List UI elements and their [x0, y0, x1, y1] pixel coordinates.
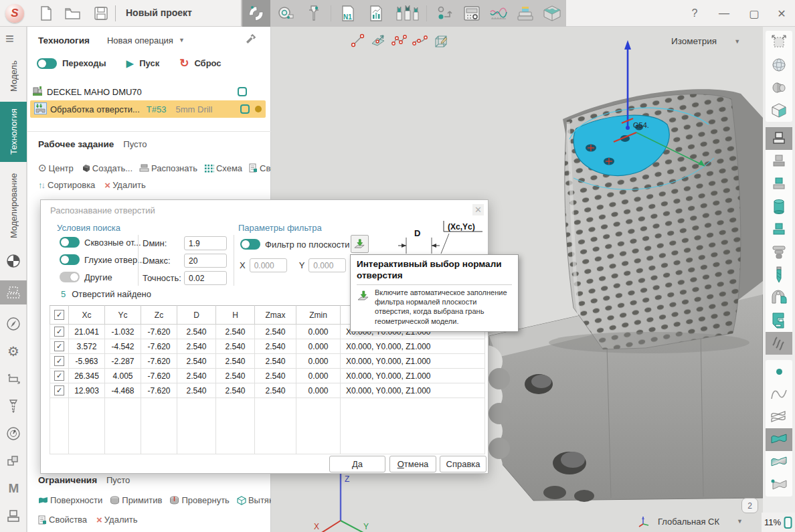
report-icon[interactable] [365, 0, 387, 27]
stock-outline-icon[interactable] [766, 127, 792, 150]
workpiece-setup-icon[interactable] [0, 280, 27, 304]
limits-props-button[interactable]: Свойства [38, 515, 87, 525]
curve-icon[interactable] [766, 383, 792, 406]
copy-items-icon[interactable] [0, 453, 27, 469]
caliper-icon[interactable] [302, 0, 325, 27]
y-input[interactable]: 0.000 [308, 258, 346, 272]
help-button[interactable]: Справка [440, 456, 487, 472]
save-icon[interactable] [90, 0, 112, 27]
job-center-button[interactable]: ⊙Центр [38, 162, 74, 174]
cylinder-part-icon[interactable] [766, 76, 792, 99]
datum-icon[interactable] [0, 253, 27, 269]
new-document-icon[interactable] [35, 0, 58, 27]
limits-delete-button[interactable]: ×Удалить [96, 514, 137, 525]
compass-icon[interactable] [0, 316, 27, 332]
point-icon[interactable] [766, 360, 792, 383]
machine-tool-icon[interactable] [766, 309, 792, 332]
surface-teal-icon[interactable] [766, 428, 792, 451]
open-folder-icon[interactable] [62, 0, 84, 27]
tab-technology[interactable]: Технология [0, 102, 27, 162]
gcode-n1-icon[interactable]: N1 [337, 0, 359, 27]
drill-tool-icon[interactable] [766, 264, 792, 286]
job-sort-button[interactable]: ↑↓Сортировка [38, 180, 95, 190]
job-create-button[interactable]: Создать... [80, 163, 132, 173]
hatch-section-icon[interactable] [766, 332, 792, 355]
row-checkbox[interactable]: ✓ [54, 356, 64, 366]
plane-filter-toggle[interactable] [240, 239, 260, 250]
maximize-button[interactable]: ▢ [741, 0, 768, 27]
spline-tool-icon[interactable] [412, 32, 428, 48]
sprutcam-logo-icon[interactable]: S [5, 4, 24, 23]
surface-point-icon[interactable] [766, 474, 792, 497]
gauge-icon[interactable] [0, 426, 27, 442]
table-row[interactable]: ✓ -5.963-2.287-7.6202.5402.5402.5400.000… [50, 354, 485, 369]
coordinate-system-selector[interactable]: Глобальная СК ▼ [638, 515, 743, 528]
tree-row-operation-selected[interactable]: Обработка отверсти... T#53 5mm Drill [30, 100, 266, 118]
limits-surfaces-button[interactable]: Поверхности [38, 495, 102, 505]
main-menu-icon[interactable]: ≡ [5, 32, 14, 46]
fit-view-icon[interactable] [766, 31, 792, 54]
help-button[interactable]: ? [681, 0, 708, 27]
dialog-close-icon[interactable]: ✕ [472, 204, 484, 215]
reset-icon[interactable]: ↻ [179, 56, 189, 70]
polyline-tool-icon[interactable] [391, 32, 408, 48]
m-code-icon[interactable]: M [0, 480, 27, 497]
limits-primitive-button[interactable]: Примитив [110, 495, 162, 505]
minimize-button[interactable]: — [711, 0, 737, 27]
row-checkbox[interactable]: ✓ [54, 327, 64, 337]
cone-layers-icon[interactable] [766, 241, 792, 264]
surface-gradient-icon[interactable] [766, 451, 792, 474]
stock-teal-top-icon[interactable] [766, 173, 792, 195]
operation-checkbox[interactable] [240, 104, 250, 114]
sphere-icon[interactable] [766, 54, 792, 76]
tree-row-machine[interactable]: DECKEL MAHO DMU70 [30, 83, 268, 100]
tools-library-icon[interactable] [393, 0, 422, 27]
stock-shaded-icon[interactable] [766, 150, 792, 173]
dmin-input[interactable]: 1.9 [184, 236, 227, 250]
table-row[interactable]: ✓ 3.572-4.542-7.6202.5402.5402.5400.000X… [50, 339, 485, 354]
cylinder-teal-icon[interactable] [766, 195, 792, 218]
table-row[interactable]: ✓ 12.903-4.468-7.6202.5402.5402.5400.000… [50, 383, 485, 398]
job-delete-button[interactable]: ×Удалить [104, 179, 145, 191]
tool-dashed-icon[interactable] [0, 398, 27, 414]
job-schema-button[interactable]: Схема [204, 163, 242, 173]
cancel-button[interactable]: Отмена [389, 456, 436, 472]
chevron-down-icon[interactable]: ▼ [179, 37, 185, 43]
select-all-checkbox[interactable]: ✓ [54, 310, 64, 320]
reset-label[interactable]: Сброс [194, 58, 221, 68]
tab-modeling[interactable]: Моделирование [0, 163, 27, 248]
plane-normal-tool-icon[interactable] [371, 32, 387, 48]
mold-cube-icon[interactable] [541, 0, 563, 27]
tab-model[interactable]: Модель [0, 52, 27, 100]
sketch-box-tool-icon[interactable] [433, 32, 449, 48]
stock-teal-icon[interactable] [766, 218, 792, 241]
run-label[interactable]: Пуск [139, 58, 159, 68]
normal-pick-button[interactable] [351, 235, 369, 253]
blind-holes-toggle[interactable] [60, 254, 80, 265]
row-checkbox[interactable]: ✓ [54, 341, 64, 351]
dmax-input[interactable]: 20 [184, 254, 227, 268]
measure-tape-icon[interactable] [274, 0, 297, 27]
operation-dropdown[interactable]: Новая операция [107, 35, 173, 46]
isometric-cube-icon[interactable] [766, 99, 792, 122]
x-input[interactable]: 0.000 [250, 258, 287, 272]
stock-transform-icon[interactable] [0, 371, 27, 387]
stamp-icon[interactable] [0, 508, 27, 524]
play-icon[interactable]: ▶ [126, 58, 135, 70]
limits-revolve-button[interactable]: Провернуть [169, 495, 229, 505]
magnet-snap-icon[interactable] [242, 0, 270, 27]
job-recognize-button[interactable]: Распознать [139, 163, 197, 173]
rotary-table-icon[interactable] [766, 286, 792, 309]
segment-tool-icon[interactable] [350, 32, 366, 48]
view-selector[interactable]: Изометрия ▼ [671, 36, 740, 46]
machine-checkbox[interactable] [238, 87, 247, 96]
through-holes-toggle[interactable] [60, 237, 80, 248]
calculator-icon[interactable] [460, 0, 483, 27]
ok-button[interactable]: Да [329, 456, 385, 472]
stock-layers-icon[interactable] [514, 0, 537, 27]
row-checkbox[interactable]: ✓ [54, 371, 64, 381]
sequence-icon[interactable] [434, 0, 456, 27]
settings-gear-icon[interactable]: ⚙ [0, 343, 27, 359]
surfaces-stack-icon[interactable] [766, 406, 792, 428]
table-row[interactable]: ✓ 26.3454.005-7.6202.5402.5402.5400.000X… [50, 369, 485, 383]
